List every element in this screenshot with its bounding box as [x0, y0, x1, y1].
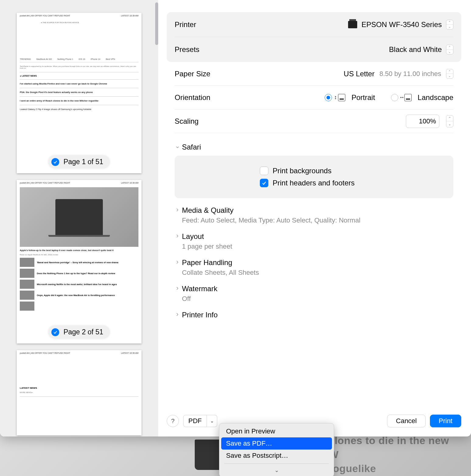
background-headline: clones to die in the new W roguelike	[329, 434, 453, 476]
pdf-label: PDF	[183, 415, 207, 427]
paper-size-row: Paper Size US Letter 8.50 by 11.00 inche…	[175, 62, 453, 86]
sidebar-scrollbar[interactable]	[155, 2, 158, 45]
printer-icon	[348, 21, 357, 28]
orientation-label: Orientation	[175, 93, 325, 102]
page-badge-1[interactable]: Page 1 of 51	[48, 155, 110, 168]
page-badge-2[interactable]: Page 2 of 51	[48, 326, 110, 339]
check-icon	[51, 328, 59, 336]
portrait-label: Portrait	[351, 93, 375, 102]
printer-value: EPSON WF-3540 Series	[361, 20, 442, 29]
safari-options-card: Print backgrounds Print headers and foot…	[175, 156, 453, 198]
page-label: Page 1 of 51	[64, 158, 103, 166]
print-button[interactable]: Print	[430, 415, 461, 427]
page-thumbnail-2[interactable]: pocket-lint | AN OFFER YOU CAN'T REFUSE …	[17, 180, 141, 343]
watermark-section[interactable]: Watermark Off	[175, 283, 453, 303]
paper-size-value: US Letter	[344, 70, 375, 78]
landscape-radio[interactable]	[391, 94, 398, 101]
presets-select[interactable]: Black and White ⌃⌄	[389, 45, 453, 54]
safari-section-header[interactable]: Safari	[175, 140, 453, 154]
paper-size-label: Paper Size	[175, 70, 344, 78]
scaling-stepper[interactable]: ⌃⌄	[446, 115, 453, 127]
print-headers-checkbox[interactable]	[260, 179, 268, 187]
scaling-row: Scaling ⌃⌄	[175, 109, 453, 133]
presets-value: Black and White	[389, 45, 442, 54]
printer-info-section[interactable]: Printer Info	[175, 309, 453, 320]
paper-size-dimensions: 8.50 by 11.00 inches	[379, 70, 441, 78]
presets-label: Presets	[175, 45, 199, 54]
preview-sidebar[interactable]: pocket-lint | AN OFFER YOU CAN'T REFUSE …	[0, 0, 158, 436]
page-label: Page 2 of 51	[64, 328, 103, 336]
print-settings-panel: Printer EPSON WF-3540 Series ⌃⌄ Presets …	[158, 0, 471, 436]
print-headers-label: Print headers and footers	[273, 179, 355, 187]
landscape-icon	[404, 94, 412, 101]
chevron-right-icon	[175, 260, 180, 265]
cancel-button[interactable]: Cancel	[387, 415, 425, 427]
page-thumbnail-1[interactable]: pocket-lint | AN OFFER YOU CAN'T REFUSE …	[17, 13, 141, 173]
printer-row: Printer EPSON WF-3540 Series ⌃⌄	[175, 12, 453, 37]
print-headers-row[interactable]: Print headers and footers	[260, 177, 448, 189]
menu-save-as-postscript[interactable]: Save as Postscript…	[221, 450, 332, 462]
menu-more-indicator[interactable]	[221, 466, 332, 475]
chevron-right-icon	[175, 208, 180, 213]
paper-handling-section[interactable]: Paper Handling Collate Sheets, All Sheet…	[175, 257, 453, 277]
updown-icon: ⌃⌄	[446, 69, 453, 79]
chevron-right-icon	[175, 312, 180, 318]
pdf-dropdown-menu: Open in Preview Save as PDF… Save as Pos…	[219, 423, 334, 476]
menu-save-as-pdf[interactable]: Save as PDF…	[221, 437, 332, 450]
landscape-label: Landscape	[418, 93, 453, 102]
thumb-hero-image	[20, 187, 138, 247]
thumb-header: pocket-lint | AN OFFER YOU CAN'T REFUSE …	[17, 180, 141, 186]
menu-open-in-preview[interactable]: Open in Preview	[221, 425, 332, 437]
thumb-header: pocket-lint | AN OFFER YOU CAN'T REFUSE …	[17, 13, 141, 19]
updown-icon: ⌃⌄	[446, 20, 453, 29]
portrait-radio[interactable]	[325, 94, 332, 101]
paper-size-select[interactable]: US Letter 8.50 by 11.00 inches ⌃⌄	[344, 69, 453, 79]
chevron-right-icon	[175, 286, 180, 291]
print-backgrounds-checkbox[interactable]	[260, 167, 268, 175]
help-button[interactable]: ?	[167, 415, 179, 427]
print-backgrounds-row[interactable]: Print backgrounds	[260, 165, 448, 177]
page-thumbnail-3[interactable]: pocket-lint | AN OFFER YOU CAN'T REFUSE …	[17, 350, 141, 435]
chevron-down-icon: ⌄	[207, 415, 217, 427]
print-dialog: pocket-lint | AN OFFER YOU CAN'T REFUSE …	[0, 0, 471, 436]
layout-section[interactable]: Layout 1 page per sheet	[175, 231, 453, 250]
pdf-dropdown-button[interactable]: PDF ⌄	[183, 415, 217, 427]
chevron-right-icon	[175, 234, 180, 239]
check-icon	[51, 158, 59, 166]
print-backgrounds-label: Print backgrounds	[273, 167, 331, 175]
printer-preset-card: Printer EPSON WF-3540 Series ⌃⌄ Presets …	[167, 12, 461, 62]
safari-title: Safari	[182, 143, 201, 151]
chevron-down-icon	[175, 144, 180, 150]
media-quality-section[interactable]: Media & Quality Feed: Auto Select, Media…	[175, 205, 453, 224]
orientation-row: Orientation Portrait Landscape	[175, 86, 453, 109]
updown-icon: ⌃⌄	[446, 45, 453, 54]
presets-row: Presets Black and White ⌃⌄	[175, 37, 453, 62]
portrait-icon	[338, 94, 345, 101]
scaling-input[interactable]	[406, 115, 439, 128]
printer-label: Printer	[175, 20, 196, 29]
scaling-label: Scaling	[175, 117, 406, 126]
thumb-header: pocket-lint | AN OFFER YOU CAN'T REFUSE …	[17, 350, 141, 356]
printer-select[interactable]: EPSON WF-3540 Series ⌃⌄	[348, 20, 453, 29]
